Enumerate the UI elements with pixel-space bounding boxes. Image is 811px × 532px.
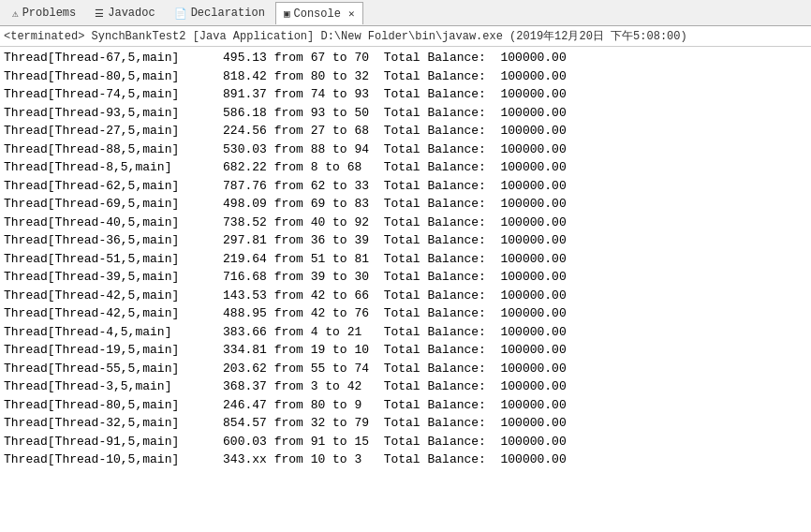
console-line: Thread[Thread-88,5,main] 530.03 from 88 … (4, 140, 807, 159)
tab-problems[interactable]: ⚠ Problems (4, 2, 84, 24)
close-icon[interactable]: ✕ (348, 7, 355, 20)
console-line: Thread[Thread-62,5,main] 787.76 from 62 … (4, 177, 807, 196)
console-line: Thread[Thread-40,5,main] 738.52 from 40 … (4, 214, 807, 232)
tab-declaration-label: Declaration (191, 7, 265, 20)
console-line: Thread[Thread-67,5,main] 495.13 from 67 … (4, 49, 807, 67)
console-line: Thread[Thread-69,5,main] 498.09 from 69 … (4, 195, 807, 214)
tab-javadoc[interactable]: ☰ Javadoc (86, 2, 163, 24)
declaration-icon: 📄 (174, 7, 187, 20)
status-text: <terminated> SynchBankTest2 [Java Applic… (4, 30, 687, 43)
console-line: Thread[Thread-51,5,main] 219.64 from 51 … (4, 250, 807, 269)
console-line: Thread[Thread-55,5,main] 203.62 from 55 … (4, 360, 807, 378)
console-line: Thread[Thread-42,5,main] 143.53 from 42 … (4, 287, 807, 305)
problems-icon: ⚠ (12, 7, 19, 20)
console-line: Thread[Thread-80,5,main] 818.42 from 80 … (4, 67, 807, 86)
tab-javadoc-label: Javadoc (108, 7, 155, 20)
console-line: Thread[Thread-80,5,main] 246.47 from 80 … (4, 396, 807, 415)
tab-bar: ⚠ Problems ☰ Javadoc 📄 Declaration ▣ Con… (0, 0, 811, 26)
console-line: Thread[Thread-19,5,main] 334.81 from 19 … (4, 341, 807, 360)
console-icon: ▣ (284, 7, 290, 20)
javadoc-icon: ☰ (95, 7, 104, 20)
console-line: Thread[Thread-27,5,main] 224.56 from 27 … (4, 122, 807, 140)
console-line: Thread[Thread-74,5,main] 891.37 from 74 … (4, 85, 807, 104)
console-line: Thread[Thread-4,5,main] 383.66 from 4 to… (4, 323, 807, 342)
tab-console-label: Console (294, 7, 341, 21)
console-line: Thread[Thread-32,5,main] 854.57 from 32 … (4, 414, 807, 433)
console-line: Thread[Thread-42,5,main] 488.95 from 42 … (4, 304, 807, 323)
console-line: Thread[Thread-93,5,main] 586.18 from 93 … (4, 104, 807, 123)
console-output[interactable]: Thread[Thread-67,5,main] 495.13 from 67 … (0, 47, 811, 532)
status-bar: <terminated> SynchBankTest2 [Java Applic… (0, 26, 811, 47)
console-line: Thread[Thread-10,5,main] 343.xx from 10 … (4, 451, 807, 469)
tab-declaration[interactable]: 📄 Declaration (166, 2, 273, 24)
console-line: Thread[Thread-91,5,main] 600.03 from 91 … (4, 433, 807, 451)
tab-console[interactable]: ▣ Console ✕ (275, 2, 363, 24)
console-line: Thread[Thread-8,5,main] 682.22 from 8 to… (4, 158, 807, 177)
tab-problems-label: Problems (22, 7, 77, 20)
console-line: Thread[Thread-39,5,main] 716.68 from 39 … (4, 268, 807, 287)
console-line: Thread[Thread-36,5,main] 297.81 from 36 … (4, 231, 807, 250)
console-line: Thread[Thread-3,5,main] 368.37 from 3 to… (4, 377, 807, 396)
